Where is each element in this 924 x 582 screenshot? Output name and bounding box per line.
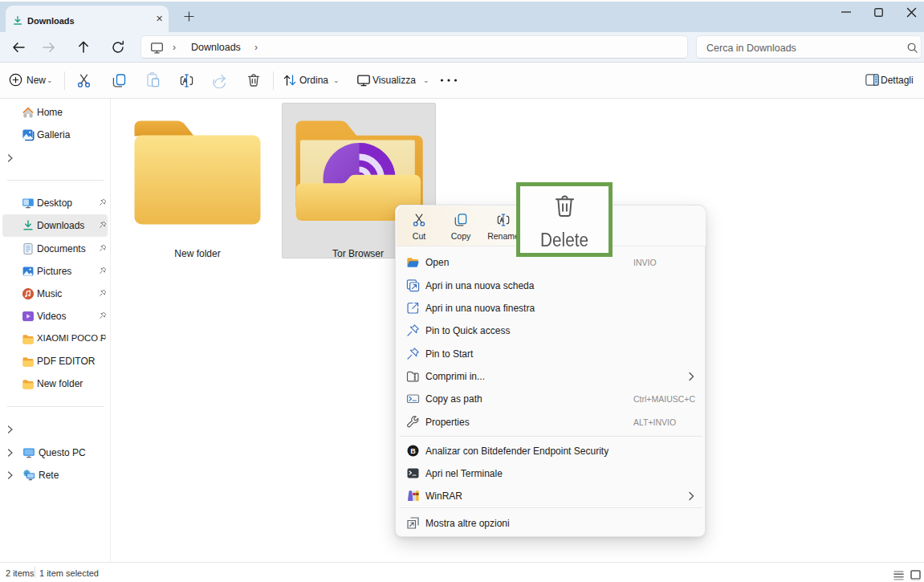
svg-text:B: B [410,446,416,454]
